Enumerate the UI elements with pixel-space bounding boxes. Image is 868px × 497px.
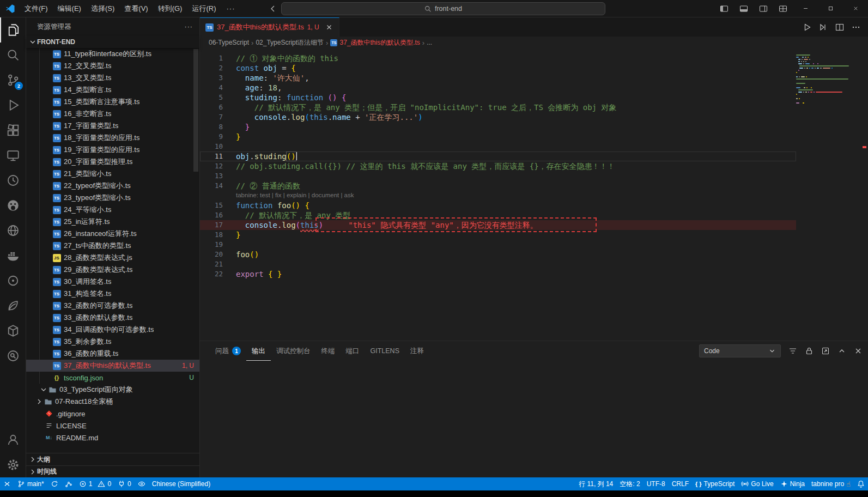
tree-file-row[interactable]: TS34_回调函数中的可选参数.ts [26, 324, 199, 336]
sidebar-scrollbar[interactable] [193, 49, 198, 172]
sidebar-pane-outline[interactable]: 大纲 [26, 453, 199, 465]
code-line[interactable]: 21 [200, 259, 796, 269]
menu-item[interactable]: 转到(G) [153, 0, 187, 17]
language-mode[interactable]: { } TypeScript [692, 477, 738, 490]
code-runner-icon[interactable] [0, 343, 26, 368]
go-live[interactable]: Go Live [738, 477, 776, 490]
panel-tab[interactable]: 注释 [405, 341, 429, 361]
breadcrumb-item[interactable]: 02_TypeScript语法细节 [256, 38, 324, 47]
accounts-icon[interactable] [0, 427, 26, 452]
tree-file-row[interactable]: TS19_字面量类型的应用.ts [26, 144, 199, 156]
tree-file-row[interactable]: .gitignore [26, 408, 199, 420]
section-header-front-end[interactable]: FRONT-END [26, 36, 199, 48]
tree-file-row[interactable]: TS25_in运算符.ts [26, 216, 199, 228]
run-or-debug-icon[interactable] [819, 23, 828, 32]
tree-file-row[interactable]: {}tsconfig.jsonU [26, 372, 199, 384]
menu-overflow-button[interactable]: ··· [221, 1, 240, 17]
code-editor[interactable]: 1// ① 对象中的函数的 this2const obj = {3 name: … [200, 49, 868, 341]
ports-status[interactable]: 0 [114, 477, 135, 490]
close-window-button[interactable] [843, 0, 868, 17]
tree-file-row[interactable]: TS12_交叉类型.ts [26, 60, 199, 72]
code-line[interactable]: 3 name: '许大仙', [200, 73, 796, 83]
close-panel-icon[interactable] [854, 347, 863, 355]
panel-tab[interactable]: 问题1 [210, 341, 246, 361]
code-line[interactable]: 11obj.studing() [200, 151, 796, 161]
toggle-sidebar-icon[interactable] [720, 4, 729, 13]
tree-file-row[interactable]: TS17_字面量类型.ts [26, 120, 199, 132]
code-line[interactable]: 19 [200, 240, 796, 250]
tree-file-row[interactable]: TS26_instanceof运算符.ts [26, 228, 199, 240]
tree-file-row[interactable]: TS37_函数中this的默认类型.ts1, U [26, 360, 199, 372]
gitlens-blame-toggle[interactable] [135, 477, 149, 490]
panel-tab[interactable]: 终端 [316, 341, 341, 361]
sidebar-pane-timeline[interactable]: 时间线 [26, 465, 199, 477]
code-line[interactable]: 15function foo() { [200, 201, 796, 210]
code-line[interactable]: 10 [200, 142, 796, 151]
tree-file-row[interactable]: TS14_类型断言.ts [26, 84, 199, 96]
tree-file-row[interactable]: TS23_typeof类型缩小.ts [26, 192, 199, 204]
maximize-button[interactable] [818, 0, 843, 17]
live-server-icon[interactable] [0, 218, 26, 243]
tree-file-row[interactable]: TS16_非空断言.ts [26, 108, 199, 120]
remote-indicator[interactable] [0, 477, 14, 490]
code-line[interactable]: 2const obj = { [200, 63, 796, 73]
tabnine-inline-hint[interactable]: tabnine: test | fix | explain | document… [200, 191, 796, 201]
tree-file-row[interactable]: TS32_函数的可选参数.ts [26, 300, 199, 312]
notifications[interactable] [854, 477, 868, 490]
open-output-in-editor-icon[interactable] [821, 347, 830, 355]
panel-tab[interactable]: 端口 [341, 341, 365, 361]
cursor-position[interactable]: 行 11, 列 14 [575, 477, 616, 490]
tree-file-row[interactable]: LICENSE [26, 420, 199, 432]
code-line[interactable]: 17 console.log(this)"this" 隐式具有类型 "any"，… [200, 220, 796, 230]
output-filter-icon[interactable] [788, 347, 797, 355]
breadcrumb-item[interactable]: TS37_函数中this的默认类型.ts [330, 38, 420, 47]
breadcrumb-item[interactable]: 06-TypeScript [209, 39, 249, 46]
problems-status[interactable]: 1 0 [76, 477, 114, 490]
tab-active-file[interactable]: TS 37_函数中this的默认类型.ts 1, U [200, 17, 339, 37]
tree-file-row[interactable]: M↓README.md [26, 432, 199, 444]
menu-item[interactable]: 运行(R) [187, 0, 221, 17]
code-line[interactable]: 6 // 默认情况下，是 any 类型；但是，开启 "noImplicitAny… [200, 102, 796, 112]
search-icon[interactable] [0, 43, 26, 68]
tree-file-row[interactable]: TS11_type和interface的区别.ts [26, 48, 199, 60]
source-control-icon[interactable]: 2 [0, 68, 26, 93]
tree-file-row[interactable]: TS29_函数类型表达式.ts [26, 264, 199, 276]
sync-changes[interactable] [47, 477, 62, 490]
customize-layout-icon[interactable] [779, 4, 787, 13]
code-line[interactable]: 7 console.log(this.name + '正在学习...') [200, 112, 796, 122]
tree-file-row[interactable]: TS18_字面量类型的应用.ts [26, 132, 199, 144]
menu-item[interactable]: 文件(F) [20, 0, 53, 17]
browser-preview-icon[interactable] [0, 268, 26, 293]
output-channel-select[interactable]: Code [699, 344, 781, 357]
maximize-panel-icon[interactable] [837, 347, 846, 355]
menu-item[interactable]: 选择(S) [86, 0, 119, 17]
minimize-button[interactable] [793, 0, 818, 17]
manage-icon[interactable] [0, 452, 26, 477]
panel-tab[interactable]: 调试控制台 [271, 341, 316, 361]
code-line[interactable]: 13 [200, 171, 796, 181]
menu-item[interactable]: 编辑(E) [53, 0, 86, 17]
tree-file-row[interactable]: TS20_字面量类型推理.ts [26, 156, 199, 168]
github-icon[interactable] [0, 193, 26, 218]
tree-file-row[interactable]: TS36_函数的重载.ts [26, 348, 199, 360]
toggle-secondary-sidebar-icon[interactable] [759, 4, 768, 13]
code-line[interactable]: 22export { } [200, 269, 796, 279]
code-line[interactable]: 16 // 默认情况下，是 any 类型 [200, 210, 796, 220]
breadcrumb-item[interactable]: ... [427, 39, 432, 46]
panel-tab[interactable]: GITLENS [365, 341, 405, 361]
mongodb-icon[interactable] [0, 293, 26, 318]
eol-sequence[interactable]: CRLF [669, 477, 692, 490]
code-line[interactable]: 20foo() [200, 250, 796, 259]
tabnine-status[interactable]: tabnine pro ☝ [808, 477, 854, 490]
more-actions-icon[interactable] [852, 23, 860, 32]
command-center-search[interactable]: front-end [281, 2, 605, 15]
extensions-icon[interactable] [0, 118, 26, 143]
minimap[interactable] [796, 54, 860, 105]
encoding[interactable]: UTF-8 [644, 477, 669, 490]
tree-file-row[interactable]: JS28_函数类型表达式.js [26, 252, 199, 264]
tree-file-row[interactable]: TS30_调用签名.ts [26, 276, 199, 288]
gitlens-graph[interactable] [62, 477, 76, 490]
menu-item[interactable]: 查看(V) [119, 0, 153, 17]
close-tab-icon[interactable] [325, 23, 333, 32]
sidebar-more-actions-icon[interactable]: ··· [185, 23, 193, 31]
